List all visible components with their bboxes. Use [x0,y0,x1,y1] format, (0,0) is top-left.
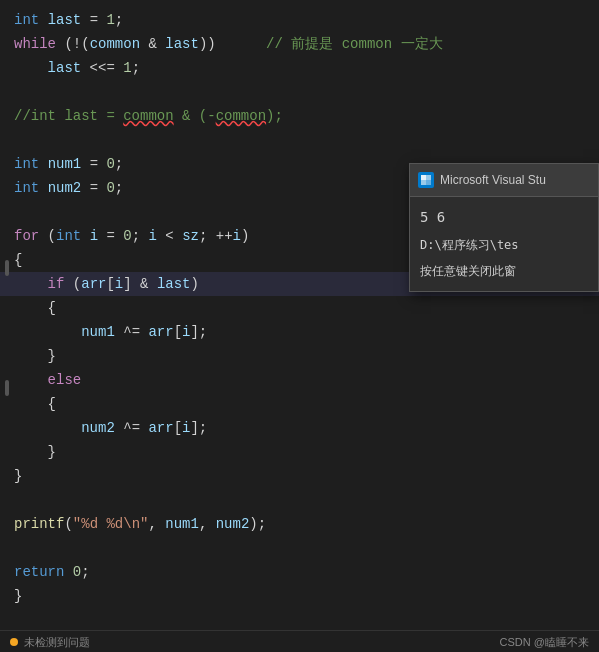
code-line-22: printf("%d %d\n", num1, num2); [0,512,599,536]
status-bar-left: 未检测到问题 [10,630,90,653]
code-line-4 [0,80,599,104]
svg-rect-3 [426,180,431,185]
status-bar: 未检测到问题 CSDN @瞌睡不来 [0,630,599,652]
token-kw: int [14,12,39,28]
svg-rect-0 [421,175,426,180]
popup-hint: 按任意键关闭此窗 [420,259,588,283]
popup-content-area: 5 6 D:\程序练习\tes 按任意键关闭此窗 [410,197,598,291]
scroll-marker [5,260,9,276]
status-bar-right: CSDN @瞌睡不来 [500,630,589,653]
watermark-text: CSDN @瞌睡不来 [500,636,589,648]
code-line-19: } [0,440,599,464]
code-line-5: //int last = common & (-common); [0,104,599,128]
popup-titlebar: Microsoft Visual Stu [410,164,598,197]
code-line-16: else [0,368,599,392]
code-line-14: num1 ^= arr[i]; [0,320,599,344]
vs-icon [418,172,434,188]
status-dot [10,638,18,646]
code-line-20: } [0,464,599,488]
popup-output: 5 6 [420,205,588,229]
popup-path: D:\程序练习\tes [420,233,588,257]
code-line-25: } [0,584,599,608]
code-editor: int last = 1; while (!(common & last)) /… [0,0,599,652]
code-line-21 [0,488,599,512]
code-line-15: } [0,344,599,368]
code-line-18: num2 ^= arr[i]; [0,416,599,440]
code-line-3: last <<= 1; [0,56,599,80]
code-line-1: int last = 1; [0,8,599,32]
code-line-23 [0,536,599,560]
popup-title-text: Microsoft Visual Stu [440,168,546,192]
console-popup[interactable]: Microsoft Visual Stu 5 6 D:\程序练习\tes 按任意… [409,163,599,292]
svg-rect-1 [426,175,431,180]
svg-rect-2 [421,180,426,185]
code-line-13: { [0,296,599,320]
code-line-17: { [0,392,599,416]
code-line-6 [0,128,599,152]
code-line-2: while (!(common & last)) // 前提是 common 一… [0,32,599,56]
status-text: 未检测到问题 [24,630,90,653]
code-line-24: return 0; [0,560,599,584]
scroll-marker-2 [5,380,9,396]
